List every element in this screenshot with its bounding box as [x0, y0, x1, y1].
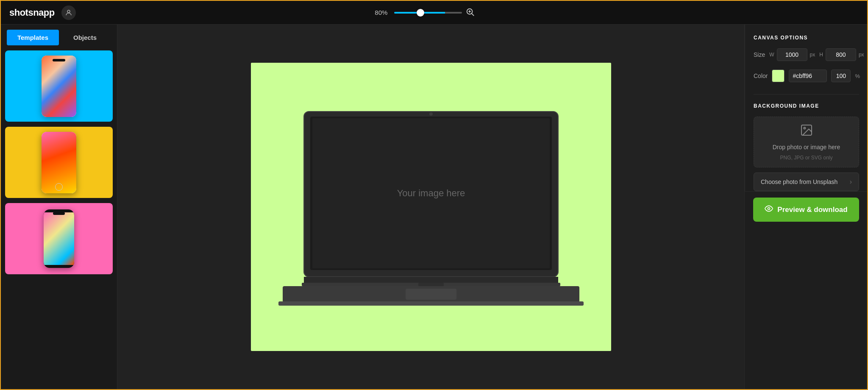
color-row: Color % — [754, 70, 859, 82]
image-upload-icon — [800, 123, 813, 140]
drop-zone-subtext: PNG, JPG or SVG only — [780, 155, 832, 161]
width-unit: px — [810, 52, 815, 58]
phone-notch-3 — [53, 212, 65, 215]
canvas-placeholder-text: Your image here — [397, 188, 465, 198]
bg-image-section: BACKGROUND IMAGE Drop photo or image her… — [754, 103, 859, 191]
bottom-bar: Preview & download — [745, 191, 867, 228]
template-card-2[interactable] — [5, 127, 113, 198]
tab-templates[interactable]: Templates — [7, 30, 59, 45]
phone-screen-3 — [44, 212, 74, 265]
svg-line-2 — [472, 13, 474, 15]
bg-image-title: BACKGROUND IMAGE — [754, 103, 859, 109]
chevron-right-icon: › — [850, 178, 852, 186]
zoom-slider[interactable] — [394, 12, 462, 14]
template-card-3[interactable] — [5, 203, 113, 274]
unsplash-button[interactable]: Choose photo from Unsplash › — [754, 173, 859, 191]
canvas-options-title: CANVAS OPTIONS — [754, 35, 859, 41]
opacity-percent-label: % — [855, 73, 860, 79]
topbar: shotsnapp 80% — [1, 1, 867, 25]
topbar-center: 80% — [375, 7, 475, 18]
svg-point-16 — [804, 127, 805, 129]
height-input-group: H px — [819, 48, 864, 61]
sidebar-tabs: Templates Objects — [1, 25, 117, 50]
svg-rect-13 — [406, 289, 456, 300]
template-card-1[interactable] — [5, 50, 113, 122]
phone-home-button — [55, 183, 63, 191]
main-layout: Templates Objects — [1, 25, 867, 389]
canvas-area: Your image here — [117, 25, 744, 389]
opacity-input[interactable] — [831, 70, 851, 82]
right-panel: CANVAS OPTIONS Size W px H px Color — [745, 25, 867, 191]
panel-divider — [754, 94, 859, 95]
svg-point-0 — [67, 10, 70, 13]
svg-rect-14 — [418, 283, 444, 286]
unsplash-label: Choose photo from Unsplash — [761, 178, 837, 185]
svg-rect-12 — [278, 301, 584, 306]
color-hex-input[interactable] — [789, 70, 827, 82]
canvas-width-input[interactable] — [777, 48, 807, 61]
user-icon-button[interactable] — [61, 6, 76, 20]
height-dim-label: H — [819, 52, 823, 58]
drop-zone[interactable]: Drop photo or image here PNG, JPG or SVG… — [754, 117, 859, 167]
right-panel-wrapper: CANVAS OPTIONS Size W px H px Color — [744, 25, 867, 389]
phone-mockup-2 — [42, 132, 76, 193]
drop-zone-text: Drop photo or image here — [773, 143, 840, 152]
topbar-left: shotsnapp — [9, 6, 76, 20]
zoom-label: 80% — [375, 9, 387, 16]
phone-mockup-3 — [44, 209, 74, 268]
preview-download-button[interactable]: Preview & download — [753, 198, 859, 222]
canvas-background[interactable]: Your image here — [251, 63, 611, 351]
size-row: Size W px H px — [754, 48, 859, 61]
color-label: Color — [754, 72, 768, 79]
phone-notch-1 — [53, 59, 65, 61]
height-unit: px — [859, 52, 864, 58]
preview-btn-label: Preview & download — [777, 206, 847, 214]
width-dim-label: W — [769, 52, 774, 58]
phone-mockup-1 — [42, 56, 76, 117]
zoom-in-button[interactable] — [465, 7, 475, 18]
tab-objects[interactable]: Objects — [59, 30, 111, 45]
laptop-mockup-svg: Your image here — [278, 103, 584, 311]
sidebar: Templates Objects — [1, 25, 117, 389]
svg-point-8 — [429, 112, 433, 116]
phone-screen-1 — [42, 56, 76, 117]
eye-icon — [765, 204, 773, 215]
app-logo: shotsnapp — [9, 7, 55, 18]
color-swatch[interactable] — [772, 70, 785, 82]
zoom-slider-container — [394, 7, 475, 18]
svg-point-17 — [768, 208, 770, 210]
template-list — [1, 50, 117, 389]
canvas-height-input[interactable] — [826, 48, 856, 61]
width-input-group: W px — [769, 48, 815, 61]
size-label: Size — [754, 51, 765, 58]
